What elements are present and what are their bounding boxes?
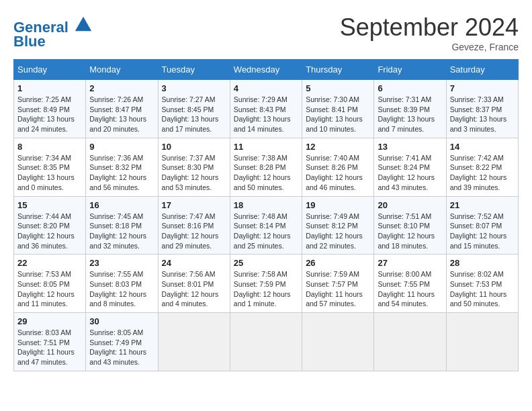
calendar-day-9: 9Sunrise: 7:36 AMSunset: 8:32 PMDaylight…: [86, 138, 158, 196]
calendar-day-2: 2Sunrise: 7:26 AMSunset: 8:47 PMDaylight…: [86, 80, 158, 138]
svg-marker-0: [75, 17, 91, 31]
calendar-day-3: 3Sunrise: 7:27 AMSunset: 8:45 PMDaylight…: [158, 80, 230, 138]
calendar-day-12: 12Sunrise: 7:40 AMSunset: 8:26 PMDayligh…: [302, 138, 374, 196]
col-thursday: Thursday: [302, 60, 374, 80]
calendar-day-13: 13Sunrise: 7:41 AMSunset: 8:24 PMDayligh…: [374, 138, 446, 196]
calendar-day-14: 14Sunrise: 7:42 AMSunset: 8:22 PMDayligh…: [446, 138, 518, 196]
calendar-header-row: Sunday Monday Tuesday Wednesday Thursday…: [14, 60, 519, 80]
logo: General Blue: [13, 13, 93, 50]
calendar-day-30: 30Sunrise: 8:05 AMSunset: 7:49 PMDayligh…: [86, 313, 158, 371]
calendar-day-21: 21Sunrise: 7:52 AMSunset: 8:07 PMDayligh…: [446, 196, 518, 255]
logo-icon: [74, 13, 93, 32]
calendar-empty-cell: [446, 313, 518, 371]
calendar-empty-cell: [158, 313, 230, 371]
calendar-empty-cell: [230, 313, 302, 371]
calendar-day-16: 16Sunrise: 7:45 AMSunset: 8:18 PMDayligh…: [86, 196, 158, 255]
calendar-day-17: 17Sunrise: 7:47 AMSunset: 8:16 PMDayligh…: [158, 196, 230, 255]
calendar-day-22: 22Sunrise: 7:53 AMSunset: 8:05 PMDayligh…: [14, 255, 86, 313]
col-friday: Friday: [374, 60, 446, 80]
calendar-day-18: 18Sunrise: 7:48 AMSunset: 8:14 PMDayligh…: [230, 196, 302, 255]
calendar-day-28: 28Sunrise: 8:02 AMSunset: 7:53 PMDayligh…: [446, 255, 518, 313]
page-header: General Blue September 2024 Geveze, Fran…: [13, 13, 519, 52]
calendar-day-29: 29Sunrise: 8:03 AMSunset: 7:51 PMDayligh…: [14, 313, 86, 371]
calendar-day-20: 20Sunrise: 7:51 AMSunset: 8:10 PMDayligh…: [374, 196, 446, 255]
calendar-day-6: 6Sunrise: 7:31 AMSunset: 8:39 PMDaylight…: [374, 80, 446, 138]
col-monday: Monday: [86, 60, 158, 80]
calendar-day-11: 11Sunrise: 7:38 AMSunset: 8:28 PMDayligh…: [230, 138, 302, 196]
calendar-week-4: 22Sunrise: 7:53 AMSunset: 8:05 PMDayligh…: [14, 255, 519, 313]
calendar-day-23: 23Sunrise: 7:55 AMSunset: 8:03 PMDayligh…: [86, 255, 158, 313]
col-tuesday: Tuesday: [158, 60, 230, 80]
month-title: September 2024: [340, 13, 519, 42]
calendar-empty-cell: [302, 313, 374, 371]
calendar-day-26: 26Sunrise: 7:59 AMSunset: 7:57 PMDayligh…: [302, 255, 374, 313]
calendar-day-25: 25Sunrise: 7:58 AMSunset: 7:59 PMDayligh…: [230, 255, 302, 313]
calendar-day-24: 24Sunrise: 7:56 AMSunset: 8:01 PMDayligh…: [158, 255, 230, 313]
col-saturday: Saturday: [446, 60, 518, 80]
location: Geveze, France: [340, 42, 519, 52]
calendar-day-1: 1Sunrise: 7:25 AMSunset: 8:49 PMDaylight…: [14, 80, 86, 138]
calendar-day-7: 7Sunrise: 7:33 AMSunset: 8:37 PMDaylight…: [446, 80, 518, 138]
calendar-week-1: 1Sunrise: 7:25 AMSunset: 8:49 PMDaylight…: [14, 80, 519, 138]
calendar-week-3: 15Sunrise: 7:44 AMSunset: 8:20 PMDayligh…: [14, 196, 519, 255]
calendar-table: Sunday Monday Tuesday Wednesday Thursday…: [13, 59, 519, 371]
calendar-day-4: 4Sunrise: 7:29 AMSunset: 8:43 PMDaylight…: [230, 80, 302, 138]
calendar-day-10: 10Sunrise: 7:37 AMSunset: 8:30 PMDayligh…: [158, 138, 230, 196]
calendar-day-15: 15Sunrise: 7:44 AMSunset: 8:20 PMDayligh…: [14, 196, 86, 255]
calendar-day-8: 8Sunrise: 7:34 AMSunset: 8:35 PMDaylight…: [14, 138, 86, 196]
col-sunday: Sunday: [14, 60, 86, 80]
calendar-empty-cell: [374, 313, 446, 371]
calendar-week-2: 8Sunrise: 7:34 AMSunset: 8:35 PMDaylight…: [14, 138, 519, 196]
col-wednesday: Wednesday: [230, 60, 302, 80]
title-section: September 2024 Geveze, France: [340, 13, 519, 52]
calendar-day-5: 5Sunrise: 7:30 AMSunset: 8:41 PMDaylight…: [302, 80, 374, 138]
calendar-day-27: 27Sunrise: 8:00 AMSunset: 7:55 PMDayligh…: [374, 255, 446, 313]
calendar-day-19: 19Sunrise: 7:49 AMSunset: 8:12 PMDayligh…: [302, 196, 374, 255]
calendar-week-5: 29Sunrise: 8:03 AMSunset: 7:51 PMDayligh…: [14, 313, 519, 371]
